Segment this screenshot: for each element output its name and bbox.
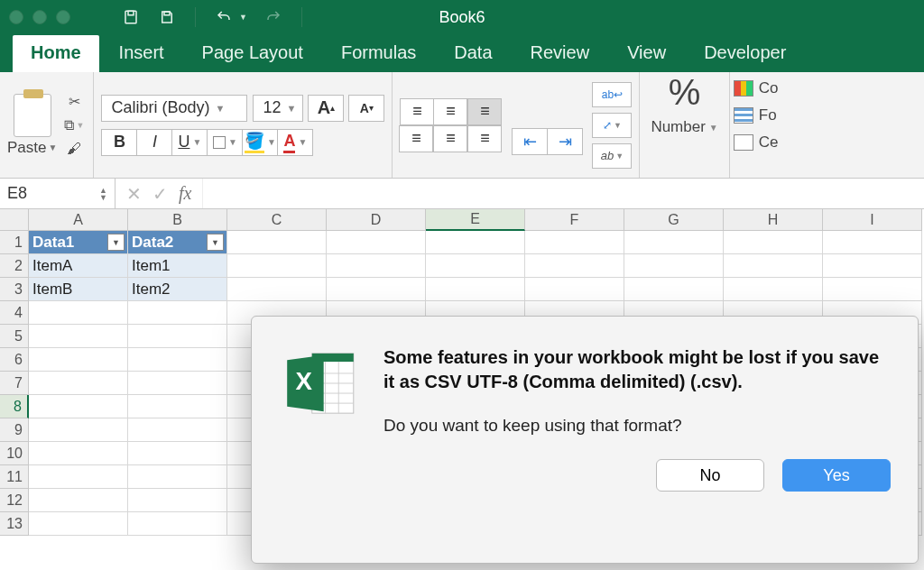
underline-button[interactable]: U▼ — [171, 129, 208, 156]
tab-developer[interactable]: Developer — [686, 35, 804, 72]
cell-A2[interactable]: ItemA — [29, 254, 128, 278]
decrease-font-button[interactable]: A▾ — [348, 95, 384, 122]
cut-icon[interactable]: ✂ — [62, 93, 86, 111]
minimize-window[interactable] — [32, 10, 47, 24]
cell-E3[interactable] — [426, 278, 525, 301]
redo-icon[interactable] — [263, 7, 283, 27]
conditional-formatting-label[interactable]: Co — [759, 79, 779, 97]
cell-B9[interactable] — [128, 418, 227, 442]
wrap-text-button[interactable]: ab↩ — [592, 82, 632, 107]
filter-Data2[interactable]: ▼ — [207, 234, 224, 251]
cell-A9[interactable] — [29, 418, 128, 442]
cell-I3[interactable] — [823, 278, 922, 301]
select-all-corner[interactable] — [0, 209, 29, 231]
cell-H1[interactable] — [724, 231, 823, 254]
borders-button[interactable]: ▼ — [207, 129, 243, 156]
cell-B12[interactable] — [128, 489, 227, 512]
tab-view[interactable]: View — [609, 35, 684, 72]
cell-A13[interactable] — [29, 512, 128, 536]
cell-I1[interactable] — [823, 231, 922, 254]
close-window[interactable] — [9, 10, 23, 24]
cell-B4[interactable] — [128, 301, 227, 325]
cell-A5[interactable] — [29, 325, 128, 348]
cell-G3[interactable] — [624, 278, 724, 301]
bold-button[interactable]: B — [101, 129, 137, 156]
col-header-A[interactable]: A — [29, 209, 128, 231]
align-center-button[interactable]: ≡ — [433, 125, 467, 152]
row-header-9[interactable]: 9 — [0, 418, 29, 442]
row-header-7[interactable]: 7 — [0, 372, 29, 395]
align-left-button[interactable]: ≡ — [399, 125, 433, 152]
cell-C3[interactable] — [227, 278, 327, 301]
cell-B8[interactable] — [128, 395, 227, 418]
col-header-I[interactable]: I — [823, 209, 922, 231]
cell-C1[interactable] — [227, 231, 327, 254]
name-box-stepper[interactable]: ▲▼ — [99, 187, 107, 201]
cell-B13[interactable] — [128, 512, 227, 536]
percent-icon[interactable]: % — [669, 72, 701, 113]
cell-styles-icon[interactable] — [734, 134, 753, 151]
row-header-1[interactable]: 1 — [0, 231, 29, 254]
cell-B5[interactable] — [128, 325, 227, 348]
cell-I2[interactable] — [823, 254, 922, 278]
fill-color-button[interactable]: 🪣▼ — [242, 129, 278, 156]
col-header-B[interactable]: B — [128, 209, 227, 231]
format-painter-icon[interactable]: 🖌 — [62, 140, 86, 158]
align-top-button[interactable]: ≡ — [400, 98, 434, 125]
format-as-table-label[interactable]: Fo — [759, 106, 777, 124]
cell-B6[interactable] — [128, 348, 227, 372]
number-dropdown-icon[interactable]: ▼ — [709, 123, 718, 133]
increase-indent-button[interactable]: ⇥ — [547, 128, 583, 155]
row-header-6[interactable]: 6 — [0, 348, 29, 372]
copy-icon[interactable]: ⧉▼ — [62, 116, 86, 134]
cell-styles-label[interactable]: Ce — [759, 133, 779, 152]
tab-insert[interactable]: Insert — [101, 35, 182, 72]
cell-B7[interactable] — [128, 372, 227, 395]
tab-formulas[interactable]: Formulas — [323, 35, 434, 72]
font-size-combo[interactable]: 12▼ — [253, 95, 303, 122]
font-color-button[interactable]: A▼ — [277, 129, 313, 156]
row-header-12[interactable]: 12 — [0, 489, 29, 512]
cell-B3[interactable]: Item2 — [128, 278, 227, 301]
align-right-button[interactable]: ≡ — [467, 125, 502, 152]
cell-C2[interactable] — [227, 254, 327, 278]
paste-dropdown-icon[interactable]: ▼ — [48, 142, 57, 152]
row-header-11[interactable]: 11 — [0, 465, 29, 489]
undo-icon[interactable] — [214, 7, 234, 27]
cell-F2[interactable] — [525, 254, 624, 278]
name-box[interactable]: E8 ▲▼ — [0, 179, 116, 209]
cell-A7[interactable] — [29, 372, 128, 395]
dialog-yes-button[interactable]: Yes — [782, 459, 891, 492]
cell-A6[interactable] — [29, 348, 128, 372]
filter-Data1[interactable]: ▼ — [107, 234, 125, 251]
italic-button[interactable]: I — [136, 129, 172, 156]
cell-A1[interactable]: Data1▼ — [29, 231, 128, 254]
cell-A8[interactable] — [29, 395, 128, 418]
cell-A4[interactable] — [29, 301, 128, 325]
cell-A11[interactable] — [29, 465, 128, 489]
cell-G2[interactable] — [624, 254, 724, 278]
cell-D1[interactable] — [327, 231, 426, 254]
paste-label[interactable]: Paste — [7, 139, 46, 157]
row-header-13[interactable]: 13 — [0, 512, 29, 536]
cell-B10[interactable] — [128, 442, 227, 465]
cell-G1[interactable] — [624, 231, 724, 254]
col-header-G[interactable]: G — [624, 209, 724, 231]
tab-data[interactable]: Data — [436, 35, 510, 72]
align-middle-button[interactable]: ≡ — [433, 98, 467, 125]
cell-H2[interactable] — [724, 254, 823, 278]
col-header-E[interactable]: E — [426, 209, 525, 231]
row-header-2[interactable]: 2 — [0, 254, 29, 278]
row-header-4[interactable]: 4 — [0, 301, 29, 325]
cell-E1[interactable] — [426, 231, 525, 254]
number-label[interactable]: Number — [651, 118, 705, 136]
save-icon[interactable] — [121, 7, 141, 27]
format-as-table-icon[interactable] — [734, 107, 753, 124]
fx-icon[interactable]: fx — [179, 183, 191, 204]
increase-font-button[interactable]: A▴ — [308, 95, 344, 122]
cell-E2[interactable] — [426, 254, 525, 278]
decrease-indent-button[interactable]: ⇤ — [512, 128, 548, 155]
tab-page-layout[interactable]: Page Layout — [184, 35, 321, 72]
cell-D2[interactable] — [327, 254, 426, 278]
tab-review[interactable]: Review — [513, 35, 608, 72]
